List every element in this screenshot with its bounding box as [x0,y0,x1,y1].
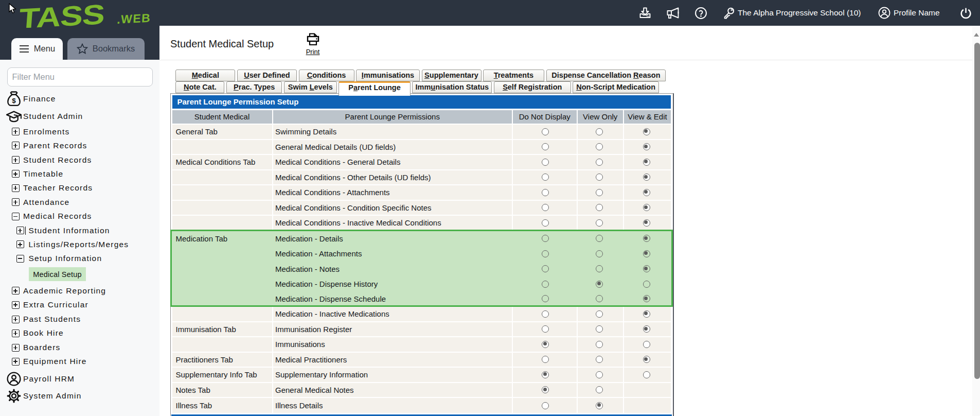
svg-text:.WEB: .WEB [117,11,151,26]
svg-text:TASS: TASS [20,2,105,28]
svg-text:$: $ [12,97,16,105]
